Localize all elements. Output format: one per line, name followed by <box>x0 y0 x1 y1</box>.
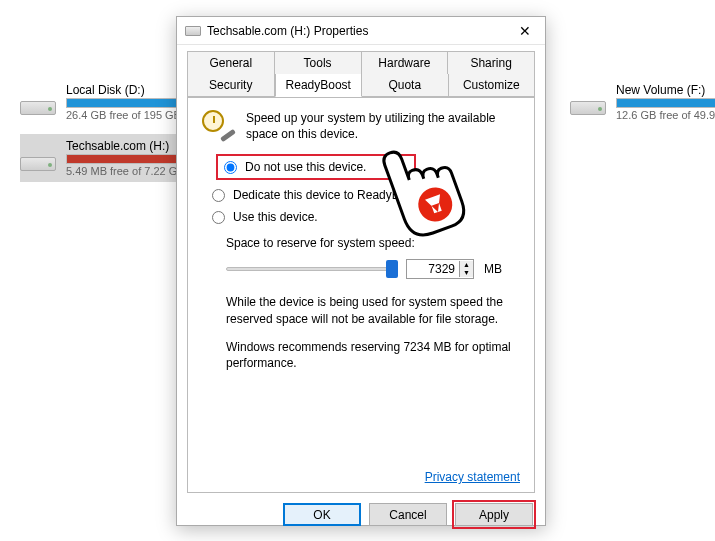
tab-hardware[interactable]: Hardware <box>362 51 449 74</box>
ok-button[interactable]: OK <box>283 503 361 526</box>
titlebar[interactable]: Techsable.com (H:) Properties ✕ <box>177 17 545 45</box>
window-title: Techsable.com (H:) Properties <box>207 24 505 38</box>
radio-use[interactable] <box>212 211 225 224</box>
tab-panel-readyboost: Speed up your system by utilizing the av… <box>187 97 535 493</box>
close-button[interactable]: ✕ <box>505 17 545 45</box>
readyboost-icon <box>202 110 236 138</box>
option-label: Dedicate this device to ReadyBoost. <box>233 188 426 202</box>
apply-button[interactable]: Apply <box>455 503 533 526</box>
drive-row[interactable]: New Volume (F:) 12.6 GB free of 49.9 GB <box>570 78 715 126</box>
reserve-label: Space to reserve for system speed: <box>226 236 520 250</box>
spin-down[interactable]: ▼ <box>460 269 473 277</box>
drive-icon <box>20 89 56 115</box>
tab-general[interactable]: General <box>187 51 275 74</box>
privacy-link[interactable]: Privacy statement <box>425 470 520 484</box>
cancel-button[interactable]: Cancel <box>369 503 447 526</box>
radio-dedicate[interactable] <box>212 189 225 202</box>
dialog-buttons: OK Cancel Apply <box>177 493 545 536</box>
reserve-input[interactable] <box>407 260 459 278</box>
drive-icon <box>570 89 606 115</box>
drive-free-text: 12.6 GB free of 49.9 GB <box>616 109 715 121</box>
option-label: Do not use this device. <box>245 160 366 174</box>
spin-up[interactable]: ▲ <box>460 261 473 269</box>
tab-tools[interactable]: Tools <box>275 51 362 74</box>
drive-icon <box>185 26 201 36</box>
drive-usage-bar <box>616 98 715 108</box>
option-use[interactable]: Use this device. <box>212 210 520 224</box>
intro-text: Speed up your system by utilizing the av… <box>246 110 520 142</box>
reserve-slider[interactable] <box>226 258 396 280</box>
option-do-not-use[interactable]: Do not use this device. <box>216 154 416 180</box>
tab-quota[interactable]: Quota <box>362 74 449 97</box>
tab-readyboost[interactable]: ReadyBoost <box>275 74 363 97</box>
tabstrip: General Tools Hardware Sharing Security … <box>177 45 545 97</box>
tab-customize[interactable]: Customize <box>449 74 536 97</box>
reserve-spinbox[interactable]: ▲ ▼ <box>406 259 474 279</box>
radio-do-not-use[interactable] <box>224 161 237 174</box>
tab-sharing[interactable]: Sharing <box>448 51 535 74</box>
reserve-unit: MB <box>484 262 502 276</box>
drive-name: New Volume (F:) <box>616 83 715 97</box>
option-dedicate[interactable]: Dedicate this device to ReadyBoost. <box>212 188 520 202</box>
note-usage: While the device is being used for syste… <box>226 294 520 326</box>
properties-dialog: Techsable.com (H:) Properties ✕ General … <box>176 16 546 526</box>
note-recommend: Windows recommends reserving 7234 MB for… <box>226 339 520 371</box>
option-label: Use this device. <box>233 210 318 224</box>
tab-security[interactable]: Security <box>187 74 275 97</box>
drive-icon <box>20 145 56 171</box>
